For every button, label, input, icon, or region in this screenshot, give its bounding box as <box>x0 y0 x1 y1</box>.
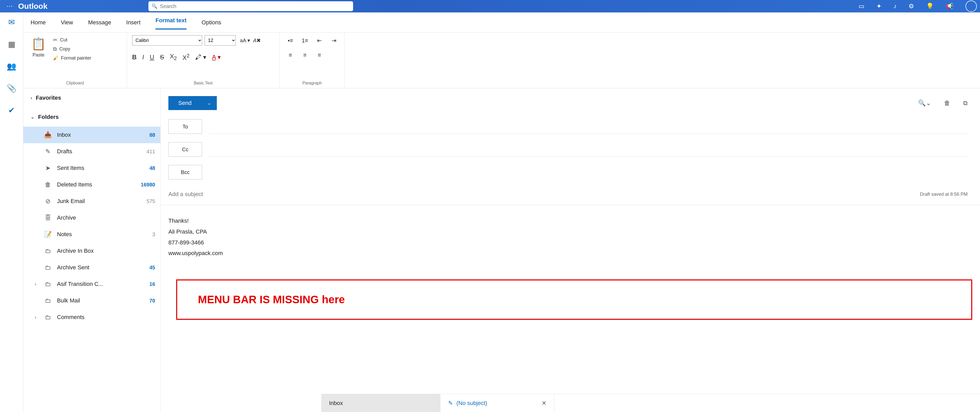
highlight-button[interactable]: 🖍 ▾ <box>195 54 207 61</box>
folder-count: 88 <box>140 132 155 138</box>
italic-button[interactable]: I <box>142 54 144 61</box>
cut-button[interactable]: ✂Cut <box>52 35 92 45</box>
folder-item-archive-in-box[interactable]: 🗀Archive In Box <box>23 243 161 259</box>
popout-icon[interactable]: ⧉ <box>963 99 967 107</box>
folder-item-asif-transition-c-[interactable]: ›🗀Asif Transition C...16 <box>23 276 161 293</box>
font-size-select[interactable]: 12 <box>205 35 236 46</box>
left-rail: ✉ ▦ 👥 📎 ✔ <box>0 13 23 412</box>
to-button[interactable]: To <box>169 119 202 134</box>
folder-count: 3 <box>140 232 155 237</box>
format-painter-button[interactable]: 🖌Format painter <box>52 54 92 63</box>
font-color-button[interactable]: A ▾ <box>212 54 220 61</box>
change-case-button[interactable]: aA ▾ <box>240 37 250 43</box>
send-button[interactable]: Send <box>169 96 201 110</box>
ribbon-tabs: Home View Message Insert Format text Opt… <box>23 13 980 33</box>
numbering-button[interactable]: 1≡ <box>299 35 310 46</box>
tab-message[interactable]: Message <box>88 17 111 27</box>
pencil-icon: ✎ <box>448 400 453 407</box>
draft-saved-text: Draft saved at 8:56 PM <box>920 192 967 197</box>
meet-icon[interactable]: ▭ <box>859 3 864 10</box>
bold-button[interactable]: B <box>132 54 137 61</box>
folder-item-bulk-mail[interactable]: 🗀Bulk Mail70 <box>23 293 161 309</box>
folder-count: 16 <box>140 281 155 287</box>
search-input[interactable] <box>160 3 350 10</box>
ribbon-group-clipboard: 📋 Paste ✂Cut ⧉Copy 🖌Format painter Clipb… <box>23 33 127 88</box>
bcc-button[interactable]: Bcc <box>169 165 202 180</box>
tab-options[interactable]: Options <box>202 17 221 27</box>
body-line: 877-899-3466 <box>169 237 972 248</box>
drafts-icon: ✎ <box>44 148 52 155</box>
settings-icon[interactable]: ⚙ <box>908 3 914 10</box>
folder-item-inbox[interactable]: 📥Inbox88 <box>23 127 161 143</box>
folder-item-junk-email[interactable]: ⊘Junk Email575 <box>23 193 161 210</box>
search-box[interactable]: 🔍 <box>148 1 353 11</box>
people-icon[interactable]: 👥 <box>7 62 16 71</box>
subject-input[interactable] <box>169 191 915 197</box>
font-name-select[interactable]: Calibri <box>132 35 202 46</box>
decrease-indent-button[interactable]: ⇤ <box>314 35 325 46</box>
bottom-tab-inbox[interactable]: Inbox <box>321 394 441 412</box>
folder-item-comments[interactable]: ›🗀Comments <box>23 309 161 326</box>
announce-icon[interactable]: 📢 <box>946 3 954 10</box>
zoom-icon[interactable]: 🔍⌄ <box>918 99 931 107</box>
to-field[interactable] <box>209 119 967 134</box>
discard-icon[interactable]: 🗑 <box>944 99 950 107</box>
send-options-chevron[interactable]: ⌄ <box>201 96 217 110</box>
underline-button[interactable]: U <box>150 54 154 61</box>
increase-indent-button[interactable]: ⇥ <box>328 35 339 46</box>
strikethrough-button[interactable]: S <box>160 54 164 61</box>
bcc-field[interactable] <box>209 165 967 180</box>
folder-item-archive-sent[interactable]: 🗀Archive Sent45 <box>23 259 161 276</box>
folder-item-deleted-items[interactable]: 🗑Deleted Items16980 <box>23 177 161 193</box>
folder-item-drafts[interactable]: ✎Drafts411 <box>23 143 161 160</box>
brush-icon: 🖌 <box>53 55 58 61</box>
align-center-button[interactable]: ≡ <box>299 50 310 60</box>
body-line: Ali Prasla, CPA <box>169 226 972 237</box>
app-launcher-icon[interactable]: ⋯ <box>3 3 16 10</box>
tab-view[interactable]: View <box>61 17 73 27</box>
message-body[interactable]: Thanks!Ali Prasla, CPA877-899-3466www.us… <box>161 205 980 269</box>
bottom-tabs: Inbox ✎ (No subject) ✕ <box>321 394 980 412</box>
send-split-button[interactable]: Send ⌄ <box>169 96 217 110</box>
tips-icon[interactable]: 💡 <box>926 3 934 10</box>
folder-count: 48 <box>140 165 155 171</box>
notifications-icon[interactable]: ♪ <box>894 3 897 10</box>
calendar-icon[interactable]: ▦ <box>8 40 15 49</box>
files-icon[interactable]: 📎 <box>7 84 16 93</box>
chevron-right-icon: › <box>35 315 36 320</box>
search-icon: 🔍 <box>151 3 157 9</box>
folder-item-sent-items[interactable]: ➤Sent Items48 <box>23 160 161 177</box>
folder-icon: 🗀 <box>44 280 52 288</box>
bullets-button[interactable]: •≡ <box>285 35 296 46</box>
folder-name: Sent Items <box>57 165 134 172</box>
align-left-button[interactable]: ≡ <box>285 50 296 60</box>
superscript-button[interactable]: X2 <box>183 53 189 61</box>
bottom-tab-nosubject[interactable]: ✎ (No subject) ✕ <box>441 394 554 412</box>
folder-icon: 🗀 <box>44 247 52 255</box>
tab-home[interactable]: Home <box>30 17 46 27</box>
paste-button[interactable]: 📋 Paste <box>29 35 48 63</box>
scissors-icon: ✂ <box>53 37 57 43</box>
clipboard-icon: 📋 <box>31 37 46 51</box>
folders-section[interactable]: ⌄ Folders <box>23 107 161 127</box>
copy-button[interactable]: ⧉Copy <box>52 45 92 54</box>
close-tab-icon[interactable]: ✕ <box>542 400 546 407</box>
annotation-text: MENU BAR IS MISSING here <box>198 293 950 306</box>
tab-format-text[interactable]: Format text <box>156 16 186 30</box>
folder-count: 70 <box>140 298 155 304</box>
chat-icon[interactable]: ✦ <box>877 3 881 10</box>
avatar[interactable] <box>966 0 977 12</box>
cc-button[interactable]: Cc <box>169 142 202 157</box>
todo-icon[interactable]: ✔ <box>8 106 15 115</box>
tab-insert[interactable]: Insert <box>126 17 140 27</box>
folder-item-archive[interactable]: 🗄Archive <box>23 210 161 226</box>
align-right-button[interactable]: ≡ <box>314 50 325 60</box>
cc-field[interactable] <box>209 142 967 157</box>
deleted-icon: 🗑 <box>44 181 52 188</box>
favorites-section[interactable]: › Favorites <box>23 88 161 107</box>
chevron-right-icon: › <box>35 282 36 287</box>
mail-icon[interactable]: ✉ <box>8 17 15 27</box>
clear-formatting-button[interactable]: A✖ <box>253 37 261 43</box>
folder-item-notes[interactable]: 📝Notes3 <box>23 226 161 243</box>
subscript-button[interactable]: X2 <box>170 53 177 61</box>
